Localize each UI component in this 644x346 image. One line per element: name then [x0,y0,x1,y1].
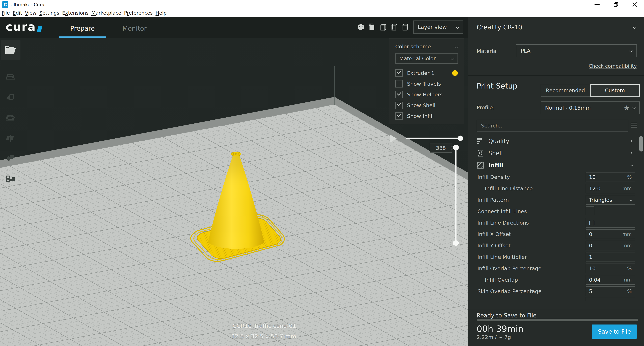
checkbox[interactable] [395,112,403,120]
mirror-tool-button[interactable] [0,128,20,148]
cura-logo-mark-icon [37,26,42,32]
setting-input[interactable]: [ ] [586,218,635,228]
chevron-down-icon [455,45,458,49]
close-button[interactable] [625,0,644,9]
setting-input[interactable]: 0mm [586,241,635,250]
setting-unit: % [627,174,632,180]
view-front-icon[interactable] [368,23,376,31]
restore-button[interactable] [606,0,625,9]
category-shell[interactable]: Shell [468,147,638,159]
check-row-show-shell[interactable]: Show Shell [395,102,458,109]
search-input[interactable] [481,123,624,129]
setting-input[interactable]: 0mm [586,229,635,239]
per-model-settings-button[interactable] [0,148,20,169]
chevron-down-icon [630,199,632,201]
menu-file[interactable]: File [2,10,10,16]
minimize-button[interactable] [588,0,606,9]
settings-scrollbar[interactable] [639,136,643,151]
scale-tool-button[interactable] [0,88,20,108]
path-slider-handle[interactable] [458,135,463,141]
rotate-icon [5,113,16,123]
checkbox[interactable] [395,80,403,88]
view-right-icon[interactable] [401,23,409,31]
checkbox[interactable] [395,91,403,98]
check-row-show-travels[interactable]: Show Travels [395,80,458,88]
menu-marketplace[interactable]: Marketplace [92,10,121,16]
move-tool-button[interactable] [0,67,20,88]
menu-help[interactable]: Help [156,10,166,16]
setting-label: Connect Infill Lines [478,208,527,214]
check-row-show-helpers[interactable]: Show Helpers [395,91,458,98]
save-to-file-button[interactable]: Save to File [592,324,637,338]
view-top-icon[interactable] [379,23,387,31]
category-quality[interactable]: Quality [468,135,638,147]
rotate-tool-button[interactable] [0,108,20,128]
open-file-button[interactable] [1,40,20,60]
category-infill[interactable]: Infill [468,159,638,171]
profile-dropdown[interactable]: Normal - 0.15mm ★ [541,101,640,114]
setting-label: Infill Y Offset [478,243,510,249]
setting-dropdown[interactable]: Triangles [586,195,635,205]
setting-input[interactable]: 5% [586,286,635,296]
window-title: Ultimaker Cura [10,2,44,7]
chevron-down-icon [451,57,454,61]
layer-slider-track[interactable] [455,147,456,243]
extruder-color-swatch [452,70,458,76]
custom-mode-button[interactable]: Custom [590,84,640,97]
setting-input[interactable]: 0.04mm [586,275,635,285]
setting-unit: % [627,288,632,294]
settings-search[interactable] [477,120,628,131]
tab-prepare[interactable]: Prepare [59,24,106,33]
checkbox-label: Show Shell [407,102,435,108]
view-3d-icon[interactable] [357,23,364,31]
setting-input[interactable]: 1 [586,252,635,262]
layer-slider-upper-handle[interactable] [453,145,459,150]
menu-edit[interactable]: Edit [13,10,22,16]
setting-unit: mm [622,231,632,237]
setting-infill-pattern: Infill PatternTriangles [468,194,638,206]
setting-input[interactable]: 10% [586,172,635,182]
settings-menu-icon[interactable] [631,123,637,127]
tool-column [0,67,20,189]
material-dropdown[interactable]: PLA [516,44,637,57]
menu-view[interactable]: View [25,10,36,16]
color-scheme-header[interactable]: Color scheme [395,44,458,50]
model-traffic-cone[interactable] [176,142,304,270]
print-setup-title: Print Setup [477,82,518,90]
color-scheme-dropdown[interactable]: Material Color [395,53,458,64]
view-mode-dropdown[interactable]: Layer view [414,21,463,34]
setting-checkbox[interactable] [586,207,594,215]
menu-preferences[interactable]: Preferences [124,10,153,16]
setting-value: 0.04 [589,277,600,283]
recommended-mode-button[interactable]: Recommended [541,84,590,97]
menu-extensions[interactable]: Extensions [62,10,89,16]
checkbox[interactable] [395,69,403,77]
view-left-icon[interactable] [390,23,398,31]
menu-bar: FileEditViewSettingsExtensionsMarketplac… [0,9,644,18]
setup-mode-toggle: Recommended Custom [541,84,640,97]
check-row-extruder-1[interactable]: Extruder 1 [395,69,458,77]
setting-value: 10 [589,174,596,180]
tab-monitor[interactable]: Monitor [113,24,156,33]
check-row-show-infill[interactable]: Show Infill [395,112,458,120]
slice-progress-bar [477,319,638,321]
checkbox-label: Show Infill [407,113,434,119]
machine-selector[interactable]: Creality CR-10 [477,24,636,31]
layer-slider-lower-handle[interactable] [453,240,459,246]
color-scheme-value: Material Color [399,55,436,62]
path-slider-track[interactable] [406,137,461,139]
menu-settings[interactable]: Settings [40,10,59,16]
viewport-3d[interactable]: Color scheme Material Color Extruder 1Sh… [0,38,468,346]
setting-input[interactable]: 12.0mm [586,184,635,193]
setting-input[interactable]: 10% [586,264,635,273]
checkbox-label: Show Travels [407,81,441,87]
setting-unit: mm [622,277,632,283]
play-button[interactable] [390,135,397,142]
color-scheme-label: Color scheme [395,44,431,50]
check-compatibility-link[interactable]: Check compatibility [468,63,637,69]
setting-unit: mm [622,243,632,248]
quality-icon [477,137,484,145]
checkbox[interactable] [395,102,403,109]
setting-infill-overlap-percentage: Infill Overlap Percentage10% [468,263,638,274]
support-blocker-button[interactable] [0,169,20,189]
